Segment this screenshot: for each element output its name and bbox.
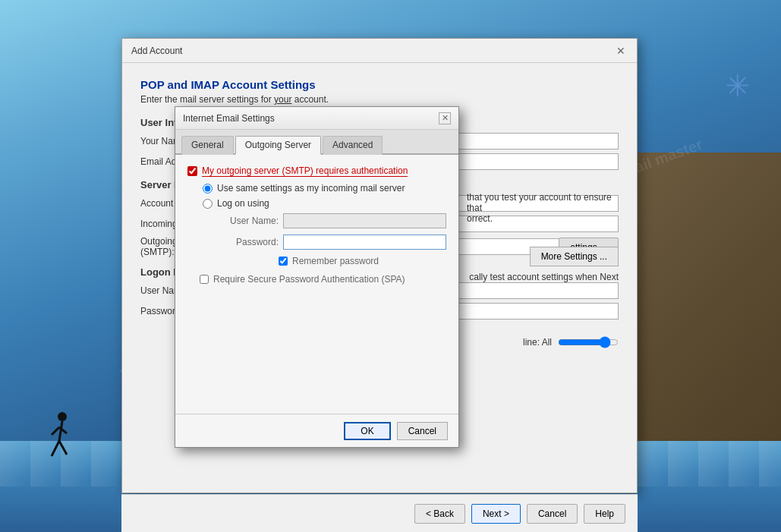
- email-username-input[interactable]: [283, 213, 446, 228]
- email-password-label: Password:: [218, 237, 279, 247]
- email-settings-titlebar: Internet Email Settings ✕: [175, 107, 458, 130]
- email-password-row: Password:: [218, 235, 446, 250]
- email-settings-title: Internet Email Settings: [183, 113, 275, 124]
- add-account-subheading: Enter the mail server settings for your …: [140, 94, 619, 105]
- add-account-title: Add Account: [131, 46, 182, 56]
- tab-bar: General Outgoing Server Advanced: [175, 130, 458, 155]
- deliver-line-label: line: All: [523, 337, 552, 348]
- more-settings-button[interactable]: More Settings ...: [530, 247, 619, 266]
- log-on-using-radio[interactable]: [203, 199, 213, 209]
- deliver-slider[interactable]: [558, 336, 619, 348]
- test-account-info: that you test your account to ensure tha…: [467, 192, 619, 224]
- svg-point-0: [58, 412, 67, 421]
- snowflake-icon: ✳: [725, 68, 751, 103]
- remember-password-row: Remember password: [279, 256, 446, 266]
- remember-password-checkbox[interactable]: [279, 257, 288, 266]
- email-username-label: User Name:: [218, 216, 279, 226]
- email-dialog-footer: OK Cancel: [175, 414, 458, 447]
- smtp-auth-checkbox[interactable]: [187, 166, 197, 176]
- use-same-settings-row: Use same settings as my incoming mail se…: [203, 183, 446, 194]
- spa-label: Require Secure Password Authentication (…: [213, 274, 405, 285]
- help-button[interactable]: Help: [584, 504, 625, 524]
- slider-area: line: All: [523, 336, 619, 348]
- use-same-settings-radio[interactable]: [203, 184, 213, 194]
- add-account-heading: POP and IMAP Account Settings: [140, 78, 619, 91]
- email-settings-dialog: Internet Email Settings ✕ General Outgoi…: [175, 106, 459, 448]
- tab-outgoing-server[interactable]: Outgoing Server: [235, 136, 321, 155]
- email-password-input[interactable]: [283, 235, 446, 250]
- cancel-dialog-button[interactable]: Cancel: [397, 422, 448, 440]
- log-on-using-row: Log on using: [203, 198, 446, 209]
- tab-advanced[interactable]: Advanced: [323, 136, 383, 155]
- use-same-settings-label: Use same settings as my incoming mail se…: [217, 183, 405, 194]
- log-on-using-label: Log on using: [217, 198, 269, 209]
- svg-line-3: [59, 441, 67, 455]
- email-dialog-body: My outgoing server (SMTP) requires authe…: [175, 155, 458, 295]
- smtp-auth-row: My outgoing server (SMTP) requires authe…: [187, 165, 446, 177]
- outer-bottom-bar: < Back Next > Cancel Help: [121, 494, 638, 532]
- auto-test-text: cally test account settings when Next: [469, 272, 619, 282]
- next-button[interactable]: Next >: [471, 504, 521, 524]
- outer-cancel-button[interactable]: Cancel: [527, 504, 578, 524]
- back-button[interactable]: < Back: [414, 504, 465, 524]
- smtp-auth-label: My outgoing server (SMTP) requires authe…: [202, 165, 408, 177]
- spa-checkbox[interactable]: [200, 275, 209, 284]
- add-account-titlebar: Add Account ✕: [122, 39, 637, 63]
- ok-button[interactable]: OK: [344, 422, 390, 440]
- email-settings-close-button[interactable]: ✕: [439, 112, 451, 124]
- svg-line-1: [59, 421, 62, 441]
- svg-line-2: [52, 441, 59, 456]
- remember-password-label: Remember password: [292, 256, 379, 266]
- tab-general[interactable]: General: [181, 136, 234, 155]
- add-account-close-button[interactable]: ✕: [614, 44, 628, 58]
- email-username-row: User Name:: [218, 213, 446, 228]
- spa-row: Require Secure Password Authentication (…: [200, 274, 446, 285]
- runner-silhouette: [46, 411, 76, 471]
- svg-line-4: [52, 427, 59, 435]
